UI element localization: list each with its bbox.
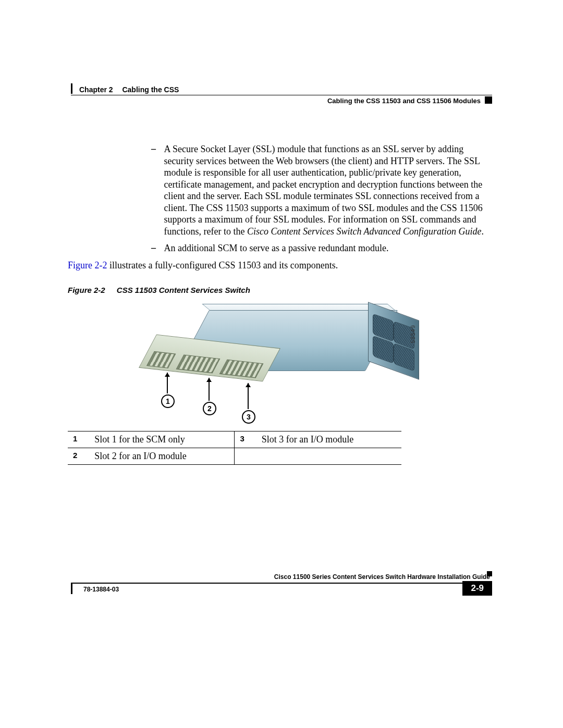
chapter-label: Chapter 2 (79, 85, 113, 94)
port-group-slot2 (176, 354, 221, 373)
bullet-item-scm: – An additional SCM to serve as a passiv… (151, 242, 492, 254)
table-row: 2 Slot 2 for an I/O module (68, 448, 401, 465)
figure-caption: Figure 2-2 CSS 11503 Content Services Sw… (68, 286, 492, 294)
footer-marker-square (487, 571, 492, 576)
table-cell-num: 2 (68, 448, 89, 465)
chapter-title: Cabling the CSS (122, 85, 179, 94)
callout-pointer (209, 378, 210, 401)
callout-pointer (248, 383, 249, 409)
header-rule (71, 95, 492, 95)
footer-left-bar (71, 583, 72, 594)
bullet1-period: . (482, 226, 484, 237)
footer-bar: 78-13884-03 2-9 (71, 583, 492, 595)
figure-caption-title: CSS 11503 Content Services Switch (117, 286, 250, 294)
figure-device-illustration: 59549 1 2 3 (151, 305, 412, 425)
table-cell-desc: Slot 1 for the SCM only (89, 431, 235, 448)
figure-intro-rest: illustrates a fully-configured CSS 11503… (107, 260, 338, 270)
bullet-text-1: A Secure Socket Layer (SSL) module that … (164, 143, 487, 237)
page-content: Chapter 2 Cabling the CSS Cabling the CS… (68, 83, 495, 465)
table-cell-desc: Slot 3 for an I/O module (256, 431, 401, 448)
footer-rule (71, 583, 492, 584)
figure-intro-paragraph: Figure 2-2 illustrates a fully-configure… (68, 260, 492, 272)
page-header: Chapter 2 Cabling the CSS Cabling the CS… (68, 83, 495, 115)
table-cell-desc: Slot 2 for an I/O module (89, 448, 235, 465)
callout-circle-1: 1 (161, 394, 175, 408)
header-marker-square (485, 96, 492, 104)
bullet-dash: – (151, 143, 162, 154)
port-group-slot3 (219, 360, 264, 378)
footer-doc-title: Cisco 11500 Series Content Services Swit… (71, 573, 492, 581)
table-cell-num: 3 (235, 431, 256, 448)
figure-cross-reference[interactable]: Figure 2-2 (68, 260, 107, 270)
table-cell-empty (256, 448, 401, 465)
table-row: 1 Slot 1 for the SCM only 3 Slot 3 for a… (68, 431, 401, 448)
bullet-item-ssl: – A Secure Socket Layer (SSL) module tha… (151, 143, 492, 237)
callout-circle-3: 3 (242, 410, 255, 424)
callout-pointer (167, 373, 168, 393)
callout-table: 1 Slot 1 for the SCM only 3 Slot 3 for a… (68, 431, 401, 465)
table-cell-empty (235, 448, 256, 465)
device-drawing: 59549 (156, 305, 396, 399)
table-cell-num: 1 (68, 431, 89, 448)
bullet-text-2: An additional SCM to serve as a passive … (164, 242, 487, 254)
page-footer: Cisco 11500 Series Content Services Swit… (71, 573, 492, 595)
page-number: 2-9 (462, 581, 492, 596)
port-group-slot1 (146, 351, 176, 368)
bullet-dash: – (151, 242, 162, 253)
image-reference-number: 59549 (410, 325, 416, 343)
bullet1-main: A Secure Socket Layer (SSL) module that … (164, 144, 483, 237)
figure-caption-num: Figure 2-2 (68, 286, 105, 294)
section-title: Cabling the CSS 11503 and CSS 11506 Modu… (327, 97, 481, 105)
callout-circle-2: 2 (203, 402, 216, 415)
header-left-bar (71, 83, 72, 94)
chapter-line: Chapter 2 Cabling the CSS (79, 85, 179, 94)
bullet1-italic: Cisco Content Services Switch Advanced C… (247, 226, 482, 237)
body-text: – A Secure Socket Layer (SSL) module tha… (68, 143, 495, 465)
footer-doc-id: 78-13884-03 (83, 586, 119, 593)
